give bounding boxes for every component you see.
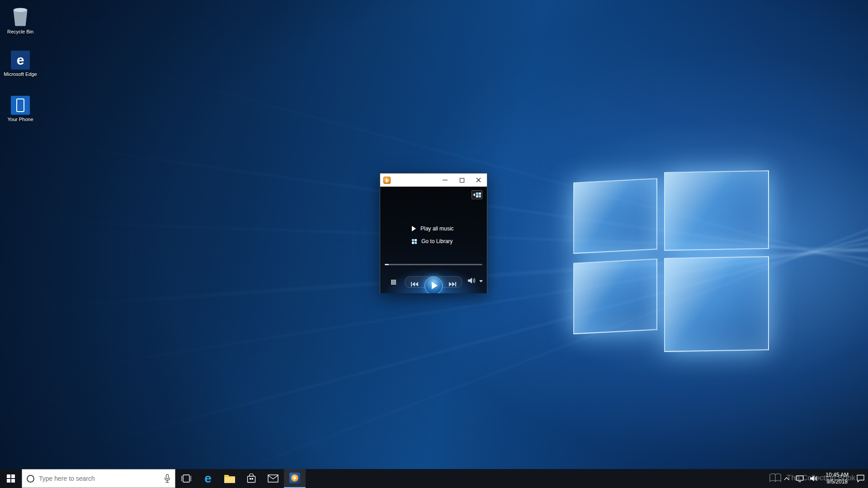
media-player-window: Play all music Go to Library: [380, 173, 487, 293]
maximize-button[interactable]: [453, 174, 470, 187]
windows-logo-pane: [664, 170, 769, 251]
taskbar-media-player-button[interactable]: [284, 469, 306, 488]
show-hidden-icons-button[interactable]: [781, 469, 793, 488]
previous-button[interactable]: [410, 280, 418, 288]
task-view-button[interactable]: [175, 469, 197, 488]
play-all-music-item[interactable]: Play all music: [412, 225, 453, 232]
media-player-app-icon: [383, 177, 391, 184]
volume-tray-button[interactable]: [807, 469, 821, 488]
cortana-icon: [27, 475, 34, 483]
switch-to-library-button[interactable]: [472, 190, 482, 199]
task-view-icon: [181, 474, 192, 483]
desktop-icon-recycle-bin[interactable]: Recycle Bin: [1, 5, 40, 35]
mute-button[interactable]: [468, 277, 476, 286]
minimize-button[interactable]: [437, 174, 453, 187]
media-player-icon: [289, 473, 300, 483]
windows-logo-pane: [573, 258, 657, 334]
desktop-icon-label: Recycle Bin: [1, 29, 40, 35]
your-phone-icon: [11, 96, 30, 115]
taskbar-edge-button[interactable]: e: [197, 469, 219, 488]
microphone-icon[interactable]: [164, 474, 170, 483]
close-icon: [476, 178, 481, 183]
play-icon: [432, 282, 438, 289]
desktop-icon-microsoft-edge[interactable]: e Microsoft Edge: [1, 48, 40, 77]
transport-group: [405, 276, 462, 288]
desktop-icon-label: Your Phone: [1, 117, 40, 122]
file-explorer-icon: [224, 474, 236, 483]
library-grid-icon: [412, 239, 417, 244]
close-button[interactable]: [470, 174, 487, 187]
desktop-icon-your-phone[interactable]: Your Phone: [1, 93, 40, 122]
stop-button[interactable]: [391, 280, 396, 285]
taskbar-clock[interactable]: 10:45 AM 9/5/2018: [821, 472, 853, 485]
window-titlebar[interactable]: [380, 174, 487, 187]
menu-item-label: Play all music: [420, 225, 453, 232]
play-button[interactable]: [425, 277, 443, 293]
network-icon: [796, 475, 804, 482]
next-icon: [449, 282, 457, 286]
taskbar-file-explorer-button[interactable]: [219, 469, 241, 488]
switch-arrow-icon: [473, 193, 475, 197]
start-button[interactable]: [0, 469, 22, 488]
windows-logo-pane: [573, 178, 657, 254]
taskbar: e: [0, 469, 868, 488]
previous-icon: [410, 282, 418, 286]
volume-options-chevron-icon[interactable]: [479, 280, 483, 282]
media-player-content: Play all music Go to Library: [380, 187, 487, 293]
action-center-icon: [856, 474, 865, 483]
system-tray: 10:45 AM 9/5/2018: [781, 469, 868, 488]
windows-logo-pane: [664, 256, 769, 352]
taskbar-mail-button[interactable]: [262, 469, 284, 488]
chevron-up-icon: [784, 477, 789, 480]
microsoft-store-icon: [246, 474, 256, 483]
play-icon: [412, 226, 416, 231]
taskbar-search-box[interactable]: [22, 469, 175, 488]
next-button[interactable]: [449, 280, 457, 288]
minimize-icon: [443, 180, 448, 180]
clock-date: 9/5/2018: [826, 479, 848, 485]
library-grid-icon: [476, 192, 481, 197]
taskbar-store-button[interactable]: [241, 469, 262, 488]
go-to-library-item[interactable]: Go to Library: [412, 238, 453, 244]
playback-controls: [380, 272, 487, 292]
edge-glyph: e: [17, 52, 24, 68]
recycle-bin-icon: [1, 5, 40, 27]
edge-icon: e: [204, 472, 212, 485]
menu-item-label: Go to Library: [421, 238, 453, 244]
desktop-icon-label: Microsoft Edge: [1, 71, 40, 77]
action-center-button[interactable]: [853, 469, 868, 488]
seek-bar[interactable]: [385, 264, 482, 265]
windows-logo-icon: [7, 474, 15, 483]
mail-icon: [268, 474, 278, 483]
network-tray-button[interactable]: [793, 469, 807, 488]
speaker-icon: [810, 475, 818, 482]
search-input[interactable]: [39, 475, 160, 482]
maximize-icon: [460, 178, 464, 183]
edge-icon: e: [11, 51, 30, 70]
clock-time: 10:45 AM: [826, 472, 849, 479]
seek-progress: [385, 264, 389, 265]
speaker-icon: [468, 277, 476, 284]
